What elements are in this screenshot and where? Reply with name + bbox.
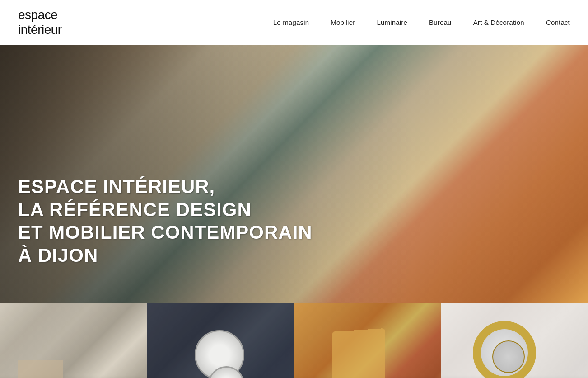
nav-mobilier[interactable]: Mobilier bbox=[331, 19, 355, 26]
category-mobilier[interactable]: MOBILIER bbox=[0, 303, 147, 378]
category-art-decoration[interactable]: ART &DÉCORATION bbox=[441, 303, 588, 378]
nav-art-decoration[interactable]: Art & Décoration bbox=[473, 19, 524, 26]
nav-le-magasin[interactable]: Le magasin bbox=[273, 19, 309, 26]
nav-bureau[interactable]: Bureau bbox=[429, 19, 452, 26]
hero-headline: ESPACE INTÉRIEUR, LA RÉFÉRENCE DESIGN ET… bbox=[18, 175, 313, 267]
main-nav: Le magasin Mobilier Luminaire Bureau Art… bbox=[273, 19, 570, 26]
category-bureau[interactable]: BUREAU bbox=[294, 303, 441, 378]
hero-section: ESPACE INTÉRIEUR, LA RÉFÉRENCE DESIGN ET… bbox=[0, 45, 588, 303]
site-header: espace intérieur Le magasin Mobilier Lum… bbox=[0, 0, 588, 45]
nav-luminaire[interactable]: Luminaire bbox=[377, 19, 407, 26]
mirror-inner bbox=[492, 340, 525, 373]
nav-contact[interactable]: Contact bbox=[546, 19, 570, 26]
site-logo[interactable]: espace intérieur bbox=[18, 8, 62, 37]
mirror-decoration bbox=[473, 321, 536, 378]
mobilier-bg bbox=[0, 303, 147, 378]
category-grid: MOBILIER LUMINAIRE BUREAU ART &DÉCORATIO… bbox=[0, 303, 588, 378]
hero-text: ESPACE INTÉRIEUR, LA RÉFÉRENCE DESIGN ET… bbox=[18, 175, 313, 267]
bureau-bg bbox=[294, 303, 441, 378]
category-luminaire[interactable]: LUMINAIRE bbox=[147, 303, 294, 378]
